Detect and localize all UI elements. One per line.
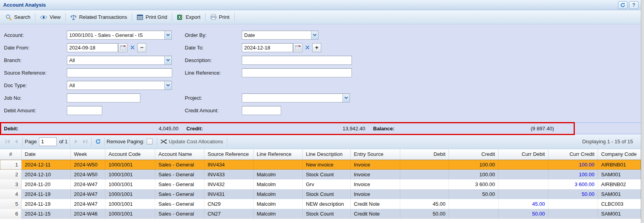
cell-line_reference[interactable]: Malcolm xyxy=(254,179,303,189)
cell-curr_debit[interactable]: 50.00 xyxy=(499,209,548,219)
cell-debit[interactable] xyxy=(400,160,449,170)
date-to-input[interactable] xyxy=(242,43,293,52)
cell-source_reference[interactable]: INV433 xyxy=(204,170,254,179)
last-page-button[interactable] xyxy=(81,137,89,146)
cell-entry_source[interactable]: Invoice xyxy=(351,179,400,189)
cell-company_code[interactable]: AIRBNB01 xyxy=(598,160,641,170)
debit-amount-input[interactable] xyxy=(67,106,102,115)
cell-num[interactable]: 5 xyxy=(0,199,22,209)
column-header-debit[interactable]: Debit xyxy=(400,149,449,159)
cell-date[interactable]: 2024-11-19 xyxy=(22,189,71,199)
cell-num[interactable]: 2 xyxy=(0,170,22,179)
chevron-down-icon[interactable] xyxy=(164,56,171,64)
cell-account_code[interactable]: 1000/1001 xyxy=(105,170,155,179)
cell-curr_credit[interactable]: 100.00 xyxy=(548,160,598,170)
cell-entry_source[interactable]: Credit Note xyxy=(351,199,400,209)
cell-entry_source[interactable]: Invoice xyxy=(351,189,400,199)
table-row[interactable]: 62024-11-152024-W461000/1001Sales - Gene… xyxy=(0,209,641,219)
order-by-combo[interactable]: Date xyxy=(242,31,318,40)
column-header-entry_source[interactable]: Entry Source xyxy=(351,149,400,159)
cell-curr_debit[interactable] xyxy=(499,160,548,170)
pager-refresh-button[interactable] xyxy=(94,137,102,146)
cell-source_reference[interactable]: INV431 xyxy=(204,189,254,199)
table-row[interactable]: 12024-12-112024-W501000/1001Sales - Gene… xyxy=(0,160,641,170)
cell-curr_credit[interactable]: 3 600.00 xyxy=(548,179,598,189)
column-header-date[interactable]: Date xyxy=(22,149,71,159)
cell-line_description[interactable]: New invoice xyxy=(303,160,351,170)
first-page-button[interactable] xyxy=(3,137,12,146)
view-button[interactable]: View xyxy=(37,13,64,22)
cell-company_code[interactable]: SAM001 xyxy=(598,209,641,219)
cell-week[interactable]: 2024-W47 xyxy=(71,199,105,209)
update-cost-allocations-label[interactable]: Update Cost Allocations xyxy=(169,139,223,144)
cell-debit[interactable] xyxy=(400,179,449,189)
cell-date[interactable]: 2024-12-10 xyxy=(22,170,71,179)
cell-entry_source[interactable]: Invoice xyxy=(351,170,400,179)
description-input[interactable] xyxy=(242,56,352,65)
cell-date[interactable]: 2024-11-20 xyxy=(22,179,71,189)
project-combo[interactable] xyxy=(242,93,350,102)
date-to-increment-button[interactable]: + xyxy=(312,43,321,52)
cell-line_reference[interactable]: Malcolm xyxy=(254,170,303,179)
cell-company_code[interactable]: SAM001 xyxy=(598,189,641,199)
column-header-account_name[interactable]: Account Name xyxy=(155,149,204,159)
cell-company_code[interactable]: CLBC003 xyxy=(598,199,641,209)
cell-week[interactable]: 2024-W47 xyxy=(71,179,105,189)
cell-account_code[interactable]: 1000/1001 xyxy=(105,160,155,170)
previous-page-button[interactable] xyxy=(12,137,20,146)
date-from-clear-button[interactable] xyxy=(128,43,137,52)
table-row[interactable]: 32024-11-202024-W471000/1001Sales - Gene… xyxy=(0,179,641,189)
cell-source_reference[interactable]: INV434 xyxy=(204,160,254,170)
cell-curr_credit[interactable]: 100.00 xyxy=(548,170,598,179)
cell-credit[interactable] xyxy=(449,199,499,209)
cell-line_reference[interactable]: Malcolm xyxy=(254,189,303,199)
date-from-input[interactable] xyxy=(67,43,118,52)
cell-line_description[interactable]: Grv xyxy=(303,179,351,189)
column-header-week[interactable]: Week xyxy=(71,149,105,159)
date-from-calendar-button[interactable] xyxy=(118,43,127,52)
column-header-source_reference[interactable]: Source Reference xyxy=(204,149,254,159)
column-header-line_description[interactable]: Line Description xyxy=(303,149,351,159)
column-header-curr_credit[interactable]: Curr Credit xyxy=(548,149,598,159)
cell-curr_debit[interactable]: 45.00 xyxy=(499,199,548,209)
job-no-input[interactable] xyxy=(67,93,140,102)
cell-account_name[interactable]: Sales - General xyxy=(155,160,204,170)
export-button[interactable]: X Export xyxy=(174,13,204,22)
cell-company_code[interactable]: SAM001 xyxy=(598,170,641,179)
cell-credit[interactable]: 100.00 xyxy=(449,160,499,170)
column-header-company_code[interactable]: Company Code xyxy=(598,149,641,159)
column-header-line_reference[interactable]: Line Reference xyxy=(254,149,303,159)
cell-num[interactable]: 3 xyxy=(0,179,22,189)
table-row[interactable]: 42024-11-192024-W471000/1001Sales - Gene… xyxy=(0,189,641,199)
cell-line_reference[interactable] xyxy=(254,160,303,170)
cell-curr_debit[interactable] xyxy=(499,179,548,189)
cell-account_name[interactable]: Sales - General xyxy=(155,170,204,179)
doc-type-combo[interactable]: All xyxy=(67,81,172,90)
cell-date[interactable]: 2024-12-11 xyxy=(22,160,71,170)
chevron-down-icon[interactable] xyxy=(311,31,318,39)
cell-curr_credit[interactable] xyxy=(548,209,598,219)
table-row[interactable]: 52024-11-192024-W471000/1001Sales - Gene… xyxy=(0,199,641,209)
cell-account_code[interactable]: 1000/1001 xyxy=(105,189,155,199)
cell-credit[interactable]: 3 600.00 xyxy=(449,179,499,189)
cell-line_description[interactable]: Stock Count xyxy=(303,189,351,199)
chevron-down-icon[interactable] xyxy=(342,94,350,102)
cell-week[interactable]: 2024-W50 xyxy=(71,170,105,179)
print-button[interactable]: Print xyxy=(207,13,233,22)
cell-source_reference[interactable]: CN29 xyxy=(204,199,254,209)
next-page-button[interactable] xyxy=(72,137,81,146)
cell-line_reference[interactable]: Malcolm xyxy=(254,199,303,209)
related-transactions-button[interactable]: Related Transactions xyxy=(67,13,130,22)
cell-num[interactable]: 6 xyxy=(0,209,22,219)
column-header-num[interactable]: # xyxy=(0,149,22,159)
date-from-decrement-button[interactable]: − xyxy=(137,43,146,52)
cell-num[interactable]: 4 xyxy=(0,189,22,199)
cell-curr_debit[interactable] xyxy=(499,189,548,199)
cell-entry_source[interactable]: Credit Note xyxy=(351,209,400,219)
table-row[interactable]: 22024-12-102024-W501000/1001Sales - Gene… xyxy=(0,170,641,179)
update-cost-allocations-button[interactable] xyxy=(159,137,169,146)
cell-account_code[interactable]: 1000/1001 xyxy=(105,179,155,189)
cell-credit[interactable] xyxy=(449,209,499,219)
page-number-input[interactable] xyxy=(39,137,57,146)
cell-account_name[interactable]: Sales - General xyxy=(155,189,204,199)
